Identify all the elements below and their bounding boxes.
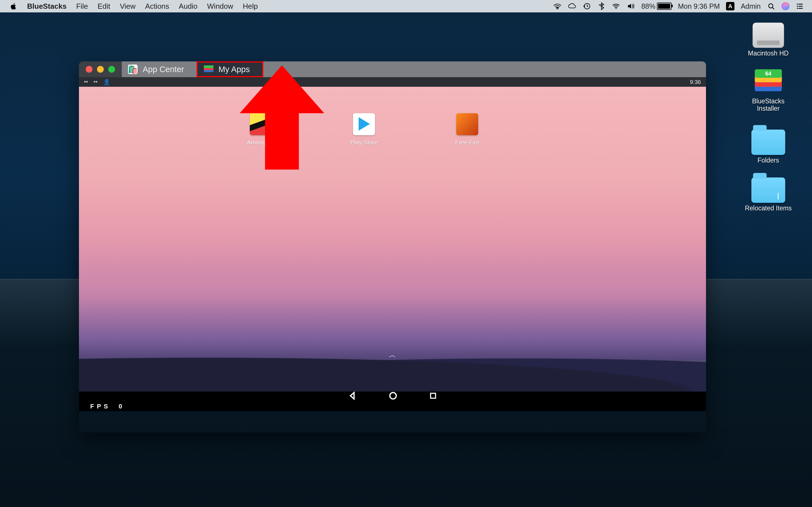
- nav-recents-button[interactable]: [429, 392, 437, 401]
- window-traffic-lights: [79, 66, 122, 73]
- svg-point-3: [797, 4, 798, 5]
- android-favorites-tray: [79, 360, 706, 391]
- volume-icon[interactable]: [626, 2, 635, 10]
- menu-view[interactable]: View: [120, 2, 136, 11]
- svg-rect-6: [799, 6, 803, 7]
- menu-edit[interactable]: Edit: [98, 2, 110, 11]
- battery-icon: [657, 3, 672, 10]
- nav-back-button[interactable]: [348, 391, 357, 402]
- time-machine-icon[interactable]: [582, 2, 591, 10]
- menubar-app-name[interactable]: BlueStacks: [27, 2, 66, 11]
- fast-user-badge-icon[interactable]: A: [726, 2, 734, 10]
- svg-point-9: [233, 372, 239, 378]
- android-nav-bar: [79, 391, 706, 402]
- menu-help[interactable]: Help: [243, 2, 258, 11]
- window-close-button[interactable]: [86, 66, 93, 73]
- menu-window[interactable]: Window: [207, 2, 233, 11]
- bluetooth-icon[interactable]: [597, 2, 606, 10]
- menu-actions[interactable]: Actions: [145, 2, 169, 11]
- svg-point-12: [544, 372, 552, 380]
- desktop-icon-label: Relocated Items: [745, 205, 792, 212]
- notification-center-icon[interactable]: [796, 2, 804, 10]
- folder-icon: [751, 129, 785, 155]
- creative-cloud-icon[interactable]: [568, 2, 576, 10]
- menu-audio[interactable]: Audio: [179, 2, 198, 11]
- bluestacks-tab-bar: 🛍️ App Center My Apps: [79, 61, 706, 77]
- battery-indicator[interactable]: 88%: [641, 2, 672, 10]
- bluestacks-installer-icon: 64: [753, 70, 784, 96]
- tray-app-drawer-button[interactable]: [382, 365, 403, 386]
- desktop-icon-macintosh-hd[interactable]: Macintosh HD: [744, 22, 792, 57]
- svg-point-11: [312, 374, 314, 376]
- hotspot-icon[interactable]: [553, 2, 562, 10]
- spotlight-icon[interactable]: [767, 2, 775, 10]
- window-minimize-button[interactable]: [97, 66, 104, 73]
- folder-icon: [751, 177, 785, 203]
- hard-drive-icon: [753, 22, 784, 48]
- app-center-tab-icon: 🛍️: [128, 64, 138, 74]
- tray-search-app[interactable]: [226, 365, 248, 386]
- svg-point-5: [797, 6, 798, 7]
- desktop-icon-label: Folders: [758, 157, 779, 164]
- play-store-icon: [353, 113, 375, 135]
- svg-rect-4: [799, 4, 803, 4]
- app-free-fire[interactable]: Free Fire: [452, 113, 483, 146]
- svg-point-13: [550, 372, 552, 375]
- tab-app-center[interactable]: 🛍️ App Center: [122, 61, 197, 77]
- menubar-user[interactable]: Admin: [741, 2, 761, 10]
- svg-point-14: [390, 393, 396, 399]
- macos-desktop: BlueStacks File Edit View Actions Audio …: [0, 0, 812, 507]
- app-drawer-handle-icon[interactable]: ︿: [389, 350, 396, 360]
- fps-value: 0: [119, 403, 123, 410]
- app-label: Play Store: [350, 139, 378, 146]
- svg-point-1: [615, 8, 617, 9]
- macos-menubar: BlueStacks File Edit View Actions Audio …: [0, 0, 812, 12]
- tab-label: App Center: [143, 65, 184, 74]
- tray-gallery-app[interactable]: [304, 365, 325, 386]
- nav-home-button[interactable]: [388, 391, 398, 402]
- battery-percent: 88%: [641, 2, 655, 10]
- status-notif-icon: ••: [94, 78, 98, 86]
- status-person-icon: 👤: [103, 78, 110, 86]
- tray-chrome-app[interactable]: [460, 365, 481, 386]
- free-fire-icon: [456, 113, 478, 135]
- app-play-store[interactable]: Play Store: [349, 113, 379, 146]
- android-clock: 9:36: [690, 79, 701, 86]
- android-status-bar: •• •• 👤 9:36: [79, 77, 706, 87]
- desktop-icon-bluestacks-installer[interactable]: 64 BlueStacks Installer: [744, 70, 792, 112]
- fps-label: FPS: [90, 403, 111, 410]
- app-drawer-icon: [386, 372, 399, 380]
- app-label: Free Fire: [455, 139, 479, 146]
- tray-browser-app[interactable]: [538, 365, 559, 386]
- desktop-icon-label: Macintosh HD: [748, 50, 789, 57]
- siri-icon[interactable]: [781, 2, 790, 10]
- window-zoom-button[interactable]: [108, 66, 115, 73]
- bluestacks-window: 🛍️ App Center My Apps •• •• 👤 9:36 Among…: [79, 61, 706, 432]
- status-notif-icon: ••: [84, 78, 88, 86]
- svg-point-7: [797, 8, 798, 9]
- svg-marker-16: [240, 65, 324, 170]
- bluestacks-tab-icon: [204, 65, 213, 73]
- fps-counter: FPS 0: [79, 402, 706, 411]
- wifi-icon[interactable]: [612, 2, 620, 10]
- desktop-icon-label: BlueStacks Installer: [744, 98, 792, 112]
- menu-file[interactable]: File: [76, 2, 88, 11]
- svg-rect-15: [430, 393, 436, 398]
- desktop-icon-relocated-items[interactable]: Relocated Items: [744, 177, 792, 212]
- apple-menu-icon[interactable]: [10, 2, 17, 10]
- svg-rect-10: [310, 372, 319, 379]
- desktop-icon-folders[interactable]: Folders: [744, 129, 792, 164]
- svg-rect-8: [799, 8, 803, 9]
- menubar-clock[interactable]: Mon 9:36 PM: [678, 2, 720, 10]
- android-home-screen[interactable]: Among Us Play Store Free Fire ︿: [79, 87, 706, 411]
- annotation-arrow-icon: [240, 65, 324, 172]
